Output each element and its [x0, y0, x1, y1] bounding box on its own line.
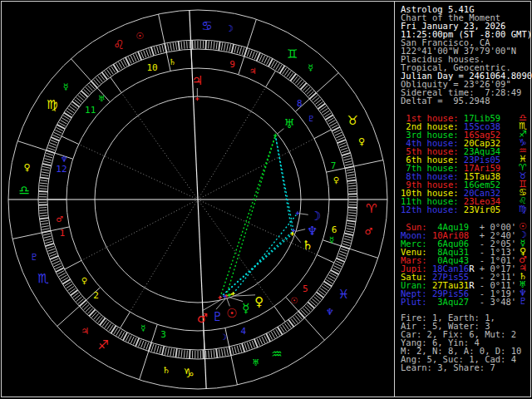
degree-tick — [209, 351, 209, 358]
sign-glyph-ari: ♈ — [366, 201, 377, 216]
degree-tick — [187, 351, 188, 358]
degree-tick — [131, 337, 134, 343]
degree-tick — [51, 140, 57, 143]
degree-tick — [340, 145, 347, 148]
degree-tick — [347, 223, 355, 224]
degree-tick — [237, 346, 239, 353]
degree-tick — [254, 52, 257, 59]
planet-glyph-uran: ♅ — [284, 116, 295, 131]
planet-glyph-moon: ☽ — [310, 209, 321, 224]
sign-glyph-cap: ♑ — [183, 366, 194, 381]
degree-tick — [337, 137, 344, 140]
degree-tick — [345, 164, 352, 165]
degree-tick-major — [50, 256, 58, 259]
house-cusp-spoke — [200, 201, 274, 306]
degree-tick — [211, 350, 212, 357]
degree-tick — [44, 161, 52, 163]
degree-tick — [151, 344, 154, 352]
degree-tick — [219, 349, 219, 357]
degree-tick — [347, 177, 355, 178]
degree-tick — [181, 350, 182, 357]
degree-tick — [234, 46, 236, 53]
degree-tick — [339, 142, 346, 145]
degree-tick — [349, 189, 357, 190]
degree-tick-major — [39, 218, 48, 219]
degree-tick — [259, 54, 263, 61]
planet-row: Plut: 3Aqu27 - 3°48'♇ — [401, 298, 516, 306]
degree-tick-major — [175, 348, 177, 357]
sign-ruler-glyph: ☿ — [308, 62, 313, 73]
house-cusp-spoke — [81, 200, 195, 260]
degree-tick — [41, 224, 48, 224]
degree-tick — [339, 254, 346, 256]
degree-tick — [45, 155, 52, 157]
degree-tick — [146, 342, 149, 350]
sign-ruler-glyph: ☽ — [225, 23, 234, 34]
aspect-line-sextile — [233, 214, 297, 294]
house-ruler-glyph: ♂ — [56, 214, 63, 224]
degree-tick — [252, 52, 254, 58]
degree-tick — [61, 121, 67, 124]
degree-tick — [209, 41, 209, 48]
house-cusp-line — [274, 306, 285, 322]
degree-tick — [227, 348, 229, 356]
degree-tick — [42, 170, 49, 171]
planet-glyph-plut: ♇ — [212, 309, 223, 324]
degree-tick-major — [347, 220, 356, 222]
house-ruler-glyph: ☿ — [140, 323, 145, 332]
aspect-line-sextile — [220, 234, 293, 298]
degree-tick — [224, 348, 226, 356]
house-cusp-spoke — [200, 200, 318, 254]
degree-tick-major — [40, 177, 49, 179]
house-number-8: 8 — [297, 98, 303, 109]
degree-tick — [249, 50, 252, 57]
degree-tick-major — [232, 44, 234, 53]
sign-glyph-can: ♋ — [201, 18, 212, 33]
degree-tick — [232, 347, 234, 354]
degree-tick — [330, 122, 337, 126]
degree-tick — [273, 62, 277, 69]
planet-pointer — [227, 298, 229, 306]
degree-tick — [344, 239, 352, 240]
sign-ruler-glyph: ♇ — [30, 252, 38, 263]
degree-tick-major — [254, 339, 258, 347]
planet-pointer — [294, 235, 300, 243]
degree-tick — [40, 213, 47, 214]
degree-tick — [329, 120, 336, 124]
summary-line: Learn: 3, Share: 7 — [401, 363, 495, 372]
degree-tick — [264, 57, 268, 63]
degree-tick — [128, 336, 131, 342]
house-number-10: 10 — [146, 62, 157, 73]
house-number-5: 5 — [303, 283, 308, 294]
astrolog-window: ♈♂♉♀♊☿♋☽♌☉♍☿♎♀♏♇♐♃♑♄♒♅♓♆1♂2♀3☿4☽5☉6☿7♀8♇… — [0, 0, 532, 399]
degree-tick — [221, 42, 222, 50]
degree-tick-major — [45, 244, 54, 246]
degree-tick — [334, 266, 341, 269]
sign-ruler-glyph: ♀ — [358, 136, 365, 147]
degree-tick — [50, 254, 57, 256]
planet-glyph-venu: ♀ — [254, 294, 264, 309]
house-ruler-glyph: ♃ — [249, 66, 256, 76]
degree-tick-major — [342, 153, 351, 155]
degree-tick — [42, 229, 50, 230]
degree-tick — [271, 332, 274, 338]
degree-tick-major — [216, 349, 217, 358]
planet-glyph-nept: ♆ — [307, 224, 318, 239]
degree-tick — [335, 132, 342, 135]
degree-tick-major — [100, 318, 106, 326]
degree-tick — [273, 331, 278, 337]
sign-boundary — [140, 324, 158, 380]
degree-tick — [139, 340, 141, 347]
degree-tick — [144, 51, 146, 57]
degree-tick — [131, 56, 134, 62]
sign-ruler-glyph: ♀ — [23, 162, 30, 173]
degree-tick-major — [151, 47, 154, 56]
house-cusp-line — [314, 130, 331, 139]
sign-ruler-glyph: ♃ — [81, 326, 89, 337]
house-ruler-glyph: ♀ — [333, 175, 339, 185]
degree-tick — [55, 130, 62, 133]
header-line: DeltaT = 95.2948 — [401, 96, 490, 105]
degree-tick — [345, 236, 352, 238]
degree-tick — [234, 347, 236, 354]
house-number-3: 3 — [160, 329, 166, 340]
